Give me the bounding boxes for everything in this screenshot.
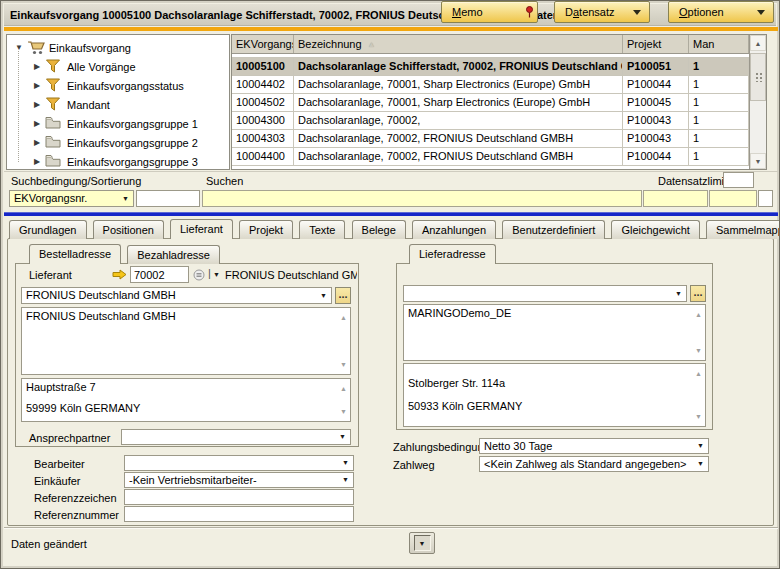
supplier-name-textarea[interactable]: FRONIUS Deutschland GMBH ▲ ▼ [21,307,351,375]
table-row[interactable]: 10004300 Dachsolaranlage, 70002, P100043… [232,112,749,130]
tree-expanded-icon[interactable]: ▼ [13,43,25,52]
tab-lieferadresse[interactable]: Lieferadresse [409,244,496,264]
tree-item-gruppe-1[interactable]: ▶ Einkaufsvorgangsgruppe 1 [7,114,229,133]
search-value-field[interactable] [202,190,642,207]
contact-person-select[interactable]: ▼ [121,429,351,445]
tree-item-label: Einkaufsvorgangsgruppe 1 [67,118,198,130]
table-row[interactable]: 10005100 Dachsolaranlage Schifferstadt, … [232,58,749,76]
column-header-bezeichnung[interactable]: Bezeichnung▲ [294,35,623,53]
table-row[interactable]: 10004402 Dachsolaranlage, 70001, Sharp E… [232,76,749,94]
tree-collapsed-icon[interactable]: ▶ [31,119,43,128]
table-scrollbar[interactable]: ▲ ▼ [749,35,766,169]
tab-positionen[interactable]: Positionen [93,220,164,239]
tree-collapsed-icon[interactable]: ▶ [31,100,43,109]
tree-item-label: Einkaufsvorgang [49,42,131,54]
tree-item-gruppe-2[interactable]: ▶ Einkaufsvorgangsgruppe 2 [7,133,229,152]
column-header-man[interactable]: Man [689,35,749,53]
chevron-down-icon[interactable]: ▼ [213,271,220,278]
scroll-down-icon[interactable]: ▼ [340,405,347,418]
tab-gleichgewicht[interactable]: Gleichgewicht [611,220,699,239]
tree-item-mandant[interactable]: ▶ Mandant [7,95,229,114]
tree-item-label: Einkaufsvorgangsstatus [67,80,184,92]
transaction-tree: ▼ Einkaufsvorgang ▶ Alle Vorgänge ▶ Eink… [6,34,230,170]
tree-collapsed-icon[interactable]: ▶ [31,157,43,166]
table-cell: Dachsolaranlage, 70002, FRONIUS Deutschl… [294,148,623,165]
tree-item-label: Einkaufsvorgangsgruppe 3 [67,156,198,168]
tab-bestelladresse[interactable]: Bestelladresse [29,244,121,264]
tree-collapsed-icon[interactable]: ▶ [31,138,43,147]
search-extra-field-1[interactable] [643,190,708,207]
table-cell: 10004402 [232,76,294,93]
tree-item-gruppe-3[interactable]: ▶ Einkaufsvorgangsgruppe 3 [7,152,229,170]
scrollbar-track[interactable] [750,101,766,153]
table-cell: 1 [689,94,749,111]
delivery-name-textarea[interactable]: MARINGODemo_DE ▲ ▼ [403,304,706,361]
browse-button[interactable]: ... [690,285,706,302]
datensatz-button[interactable]: Datensatz [554,1,650,23]
scrollbar-thumb[interactable] [750,53,766,101]
scroll-down-icon[interactable]: ▼ [340,358,347,371]
tree-collapsed-icon[interactable]: ▶ [31,81,43,90]
scroll-down-icon[interactable]: ▼ [750,153,766,169]
results-table: EKVorgangsnr. Bezeichnung▲ Projekt Man 1… [231,34,767,170]
tree-item-einkaufsvorgang[interactable]: ▼ Einkaufsvorgang [7,38,229,57]
optionen-button[interactable]: Optionen [668,1,774,23]
editor-select[interactable]: ▼ [124,455,354,471]
scroll-up-icon[interactable]: ▲ [750,35,766,51]
column-header-ekvorgangsnr[interactable]: EKVorgangsnr. [232,35,294,53]
table-row[interactable]: 10004502 Dachsolaranlage, 70001, Sharp E… [232,94,749,112]
scroll-up-icon[interactable]: ▲ [695,367,702,380]
supplier-name-select[interactable]: FRONIUS Deutschland GMBH ▼ [21,287,332,304]
record-limit-label: Datensatzlimit [658,175,727,187]
chevron-down-icon: ▼ [414,535,431,551]
tree-item-einkaufsvorgangsstatus[interactable]: ▶ Einkaufsvorgangsstatus [7,76,229,95]
tab-bezahladresse[interactable]: Bezahladresse [127,245,220,264]
table-cell: 10004300 [232,112,294,129]
table-row[interactable]: 10004400 Dachsolaranlage, 70002, FRONIUS… [232,148,749,166]
status-text: Daten geändert [11,538,87,550]
scroll-up-icon[interactable]: ▲ [340,382,347,395]
form-mode-button[interactable]: ▼ [409,532,435,554]
delivery-address-textarea[interactable]: Stolberger Str. 114a 50933 Köln GERMANY … [403,363,706,427]
search-small-field[interactable] [758,190,773,207]
reference-sign-input[interactable] [124,489,354,505]
tab-anzahlungen[interactable]: Anzahlungen [412,220,496,239]
search-extra-field-2[interactable] [709,190,757,207]
supplier-address-textarea[interactable]: Hauptstraße 7 59999 Köln GERMANY ▲ ▼ [21,378,351,422]
buyer-label: Einkäufer [34,475,80,487]
scroll-up-icon[interactable]: ▲ [340,311,347,324]
scroll-up-icon[interactable]: ▲ [695,308,702,321]
search-condition-select[interactable]: EKVorgangsnr. ▼ [9,190,134,207]
tree-collapsed-icon[interactable]: ▶ [31,62,43,71]
search-input[interactable] [136,190,200,207]
tab-belege[interactable]: Belege [352,220,406,239]
buyer-select[interactable]: -Kein Vertriebsmitarbeiter- ▼ [124,472,354,488]
scroll-down-icon[interactable]: ▼ [695,410,702,423]
delivery-address-select[interactable]: ▼ [403,285,687,302]
record-limit-input[interactable] [723,172,754,188]
table-cell: 1 [689,58,749,75]
table-cell: Dachsolaranlage, 70002, FRONIUS Deutschl… [294,130,623,147]
tree-item-label: Alle Vorgänge [67,61,136,73]
tab-sammelmappe[interactable]: Sammelmappe [706,220,780,239]
column-header-projekt[interactable]: Projekt [623,35,689,53]
scroll-down-icon[interactable]: ▼ [695,344,702,357]
tab-lieferant[interactable]: Lieferant [170,219,233,239]
tab-grundlagen[interactable]: Grundlagen [9,220,87,239]
supplier-number-input[interactable] [130,266,189,283]
tab-projekt[interactable]: Projekt [239,220,293,239]
reference-number-input[interactable] [124,506,354,522]
tab-benutzerdefiniert[interactable]: Benutzerdefiniert [502,220,605,239]
table-row[interactable]: 10004303 Dachsolaranlage, 70002, FRONIUS… [232,130,749,148]
chevron-down-icon [757,10,765,15]
payment-method-select[interactable]: <Kein Zahlweg als Standard angegeben> ▼ [479,456,709,472]
browse-button[interactable]: ... [335,287,351,304]
search-condition-label: Suchbedingung/Sortierung [11,175,141,187]
link-arrow-icon[interactable] [112,269,127,282]
choose-from-list-icon[interactable] [193,269,205,283]
payment-terms-select[interactable]: Netto 30 Tage ▼ [479,438,709,454]
tab-texte[interactable]: Texte [299,220,345,239]
tree-item-alle-vorgaenge[interactable]: ▶ Alle Vorgänge [7,57,229,76]
chevron-down-icon: ▼ [697,457,704,470]
memo-button[interactable]: Memo [441,1,538,23]
